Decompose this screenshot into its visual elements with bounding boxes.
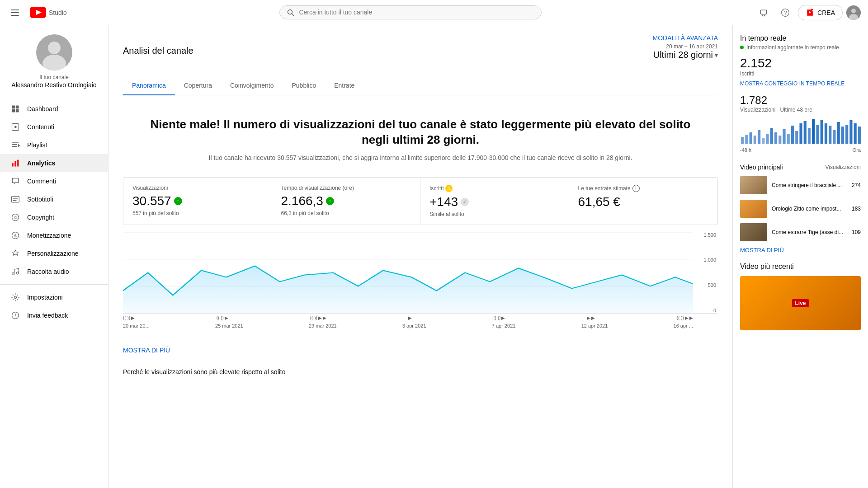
- tab-panoramica[interactable]: Panoramica: [123, 76, 175, 95]
- svg-text:$: $: [14, 234, 17, 238]
- sidebar-item-raccolta-audio[interactable]: Raccolta audio: [0, 263, 108, 281]
- radio-icon-5[interactable]: ((·)): [493, 315, 500, 320]
- stat-delta-visualizzazioni: 557 in più del solito: [132, 210, 263, 216]
- sidebar-item-contenuti[interactable]: Contenuti: [0, 118, 108, 136]
- chart-icon-group-4: ▶: [408, 315, 412, 320]
- search-input[interactable]: [299, 9, 534, 16]
- video-thumb-2: [740, 200, 767, 218]
- info-icon-entrate[interactable]: i: [632, 185, 640, 192]
- chart-x-label-4: 7 apr 2021: [492, 323, 516, 328]
- svg-rect-54: [766, 134, 769, 144]
- radio-icon-1[interactable]: ((·)): [123, 315, 130, 320]
- recent-video-title: Video più recenti: [740, 263, 861, 271]
- show-more-button[interactable]: MOSTRA DI PIÙ: [123, 339, 718, 357]
- play-icon-4[interactable]: ▶: [408, 315, 412, 320]
- music-icon: [11, 267, 20, 276]
- video-item-3[interactable]: Come estrarre Tige (asse di... 109: [740, 223, 861, 241]
- svg-rect-70: [833, 130, 835, 144]
- play-icon-7b[interactable]: ▶: [689, 315, 693, 320]
- svg-rect-26: [12, 146, 18, 147]
- avatar[interactable]: [846, 5, 861, 20]
- channel-name: Alessandro Restivo Orologiaio: [11, 81, 96, 89]
- svg-rect-72: [841, 127, 844, 144]
- video-info-1: Come stringere il bracciale ...: [772, 182, 847, 188]
- sidebar-item-dashboard[interactable]: Dashboard: [0, 100, 108, 118]
- svg-rect-69: [829, 126, 831, 144]
- more-videos-link[interactable]: MOSTRA DI PIÙ: [740, 247, 861, 253]
- main-content: Analisi del canale MODALITÀ AVANZATA 20 …: [108, 25, 732, 488]
- chart-x-label-2: 29 mar 2021: [309, 323, 337, 328]
- menu-button[interactable]: [7, 6, 23, 19]
- help-button[interactable]: ?: [776, 4, 794, 22]
- chart-container: 1.500 1.000 500 0: [123, 232, 718, 314]
- svg-point-39: [17, 272, 19, 274]
- play-icon-6b[interactable]: ▶: [591, 315, 595, 320]
- search-box[interactable]: [279, 5, 542, 19]
- badge-up-visualizzazioni: ↑: [174, 197, 182, 205]
- chart-x-label-3: 3 apr 2021: [402, 323, 426, 328]
- page-title: Analisi del canale: [123, 46, 193, 56]
- tab-copertura[interactable]: Copertura: [175, 76, 221, 95]
- grid-icon: [11, 104, 20, 113]
- sidebar-item-impostazioni[interactable]: Impostazioni: [0, 288, 108, 306]
- chart-icon-group-1: ((·)) ▶: [123, 315, 135, 320]
- recent-video-thumb[interactable]: Live: [740, 276, 861, 330]
- warn-icon-iscritti: ⚠: [445, 185, 453, 192]
- play-icon-6[interactable]: ▶: [587, 315, 590, 320]
- top-videos-col-label: Visualizzazioni: [826, 164, 861, 170]
- sidebar-item-sottotitoli[interactable]: Sottotitoli: [0, 190, 108, 208]
- logo[interactable]: Studio: [30, 7, 67, 18]
- chart-y-label-1500: 1.500: [703, 232, 716, 238]
- radio-icon-3[interactable]: ((·)): [310, 315, 317, 320]
- sidebar-item-monetizzazione[interactable]: $ Monetizzazione: [0, 226, 108, 244]
- svg-line-6: [292, 14, 294, 16]
- svg-rect-74: [849, 120, 852, 144]
- advanced-mode-button[interactable]: MODALITÀ AVANZATA: [653, 34, 718, 42]
- studio-label: Studio: [49, 9, 67, 16]
- tab-coinvolgimento[interactable]: Coinvolgimento: [221, 76, 283, 95]
- video-thumb-3: [740, 223, 767, 241]
- svg-rect-58: [783, 129, 785, 144]
- sidebar-item-analytics[interactable]: Analytics: [0, 154, 108, 172]
- svg-rect-52: [758, 130, 760, 144]
- topbar-left: Studio: [7, 6, 67, 19]
- tab-pubblico[interactable]: Pubblico: [283, 76, 325, 95]
- date-range-picker[interactable]: Ultimi 28 giorni ▾: [653, 50, 718, 60]
- sidebar-item-personalizzazione[interactable]: Personalizzazione: [0, 244, 108, 263]
- profile-avatar[interactable]: [36, 34, 72, 70]
- play-icon-3b[interactable]: ▶: [323, 315, 326, 320]
- topbar: Studio: [0, 0, 868, 25]
- chart-area: 1.500 1.000 500 0: [123, 232, 718, 332]
- svg-rect-30: [17, 160, 19, 167]
- radio-icon-2[interactable]: ((·)): [217, 315, 224, 320]
- svg-rect-48: [741, 137, 744, 144]
- svg-text:?: ?: [784, 10, 787, 15]
- video-item-1[interactable]: Come stringere il bracciale ... 274: [740, 176, 861, 194]
- realtime-link[interactable]: MOSTRA CONTEGGIO IN TEMPO REALE: [740, 80, 861, 87]
- svg-point-38: [12, 273, 14, 275]
- play-icon-5[interactable]: ▶: [501, 315, 505, 320]
- tab-entrate[interactable]: Entrate: [325, 76, 363, 95]
- play-icon-7[interactable]: ▶: [685, 315, 689, 320]
- chart-icon: [11, 159, 20, 168]
- play-icon-3[interactable]: ▶: [318, 315, 322, 320]
- play-icon-1[interactable]: ▶: [131, 315, 135, 320]
- svg-rect-71: [837, 122, 840, 144]
- crea-button[interactable]: CREA: [798, 5, 843, 20]
- svg-rect-65: [812, 119, 815, 144]
- mini-chart-labels: -48 h Ora: [740, 147, 861, 153]
- chart-icon-group-3: ((·)) ▶ ▶: [310, 315, 326, 320]
- mini-chart-left-label: -48 h: [740, 147, 751, 153]
- play-icon-2[interactable]: ▶: [225, 315, 228, 320]
- crea-label: CREA: [817, 9, 835, 16]
- sidebar-item-commenti[interactable]: Commenti: [0, 172, 108, 190]
- sidebar-item-playlist[interactable]: Playlist: [0, 136, 108, 154]
- stat-card-tempo: Tempo di visualizzazione (ore) 2.166,3 ↑…: [272, 178, 421, 225]
- svg-rect-29: [14, 161, 16, 167]
- subtitle-icon: [11, 195, 20, 204]
- video-item-2[interactable]: Orologio Zitto come impost... 183: [740, 200, 861, 218]
- sidebar-item-invia-feedback[interactable]: ! Invia feedback: [0, 306, 108, 324]
- radio-icon-7[interactable]: ((·)): [677, 315, 684, 320]
- sidebar-item-copyright[interactable]: © Copyright: [0, 208, 108, 226]
- notifications-button[interactable]: [755, 4, 773, 22]
